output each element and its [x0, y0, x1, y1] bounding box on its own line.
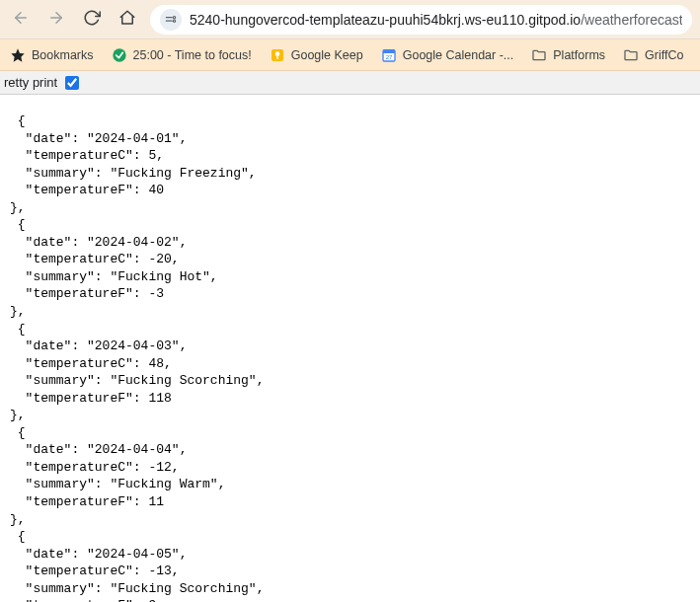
- bookmark-keep[interactable]: Google Keep: [270, 47, 363, 63]
- pretty-print-label: retty print: [4, 75, 57, 90]
- calendar-icon: 27: [381, 47, 397, 63]
- bookmark-label: Google Keep: [291, 48, 363, 62]
- keep-icon: [270, 47, 285, 63]
- bookmark-label: GriffCo: [645, 48, 683, 62]
- bookmarks-root-label: Bookmarks: [32, 48, 94, 62]
- arrow-left-icon: [12, 9, 30, 30]
- browser-toolbar: 5240-hungovercod-templateazu-puuhi54bkrj…: [0, 0, 700, 39]
- bookmarks-root[interactable]: Bookmarks: [10, 47, 94, 63]
- address-bar[interactable]: 5240-hungovercod-templateazu-puuhi54bkrj…: [150, 5, 692, 35]
- bookmark-griffco[interactable]: GriffCo: [623, 47, 683, 63]
- forward-button[interactable]: [43, 7, 69, 33]
- reload-icon: [83, 9, 101, 30]
- star-icon: [10, 47, 26, 63]
- reload-button[interactable]: [79, 7, 105, 33]
- svg-text:27: 27: [385, 54, 392, 60]
- json-body: { "date": "2024-04-01", "temperatureC": …: [0, 95, 700, 602]
- address-path: /weatherforecast: [581, 12, 682, 28]
- folder-icon: [531, 47, 547, 63]
- check-circle-icon: [112, 47, 127, 63]
- address-text: 5240-hungovercod-templateazu-puuhi54bkrj…: [190, 12, 682, 28]
- svg-marker-6: [11, 48, 24, 61]
- svg-rect-10: [276, 55, 277, 58]
- bookmark-calendar[interactable]: 27 Google Calendar -...: [381, 47, 514, 63]
- svg-point-7: [113, 48, 125, 61]
- site-info-icon[interactable]: [160, 9, 182, 31]
- svg-rect-12: [383, 49, 395, 52]
- pretty-print-checkbox[interactable]: [65, 76, 79, 90]
- svg-point-5: [173, 20, 175, 22]
- bookmarks-bar: Bookmarks 25:00 - Time to focus! Google …: [0, 39, 700, 71]
- svg-point-9: [274, 51, 279, 56]
- back-button[interactable]: [8, 7, 34, 33]
- pretty-print-bar: retty print: [0, 71, 700, 95]
- bookmark-focus[interactable]: 25:00 - Time to focus!: [112, 47, 252, 63]
- bookmark-label: 25:00 - Time to focus!: [133, 48, 252, 62]
- svg-point-4: [173, 16, 175, 18]
- bookmark-platforms[interactable]: Platforms: [531, 47, 605, 63]
- folder-icon: [623, 47, 639, 63]
- home-button[interactable]: [115, 7, 140, 33]
- arrow-right-icon: [47, 9, 65, 30]
- address-host: 5240-hungovercod-templateazu-puuhi54bkrj…: [190, 12, 581, 28]
- bookmark-label: Platforms: [553, 48, 605, 62]
- bookmark-label: Google Calendar -...: [403, 48, 514, 62]
- home-icon: [118, 9, 136, 30]
